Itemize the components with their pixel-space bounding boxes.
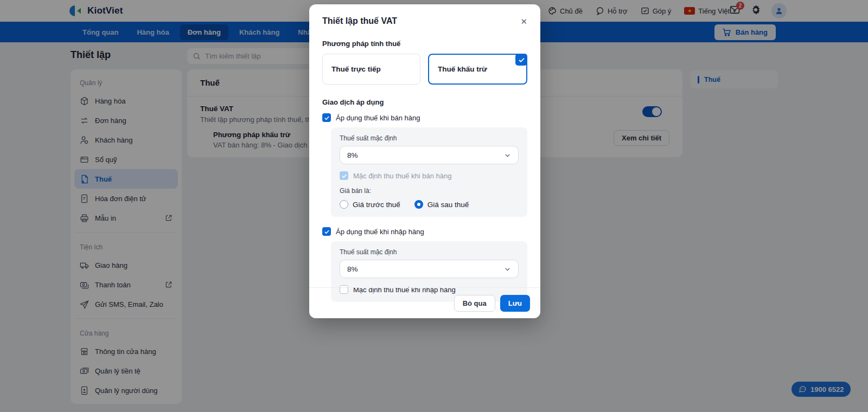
close-icon[interactable]: ✕: [520, 17, 527, 25]
sales-rate-value: 8%: [347, 151, 358, 159]
radio-selected-icon: [414, 200, 423, 209]
price-type-radio-group: Giá trước thuế Giá sau thuế: [340, 200, 519, 209]
sales-rate-label: Thuế suất mặc định: [340, 134, 519, 142]
apply-sales-tax-checkbox[interactable]: Áp dụng thuế khi bán hàng: [322, 113, 527, 122]
sales-rate-select[interactable]: 8%: [340, 146, 519, 164]
modal-footer: Bỏ qua Lưu: [309, 287, 540, 318]
vat-setup-modal: Thiết lập thuế VAT ✕ Phương pháp tính th…: [309, 4, 540, 318]
chevron-down-icon: [504, 152, 511, 159]
modal-title: Thiết lập thuế VAT: [322, 16, 397, 26]
sales-default-collect-checkbox[interactable]: Mặc định thu thuế khi bán hàng: [340, 171, 519, 180]
apply-purchase-tax-checkbox[interactable]: Áp dụng thuế khi nhập hàng: [322, 227, 527, 236]
method-option-deduction[interactable]: Thuế khấu trừ: [428, 54, 527, 85]
radio-pre-tax[interactable]: Giá trước thuế: [340, 200, 400, 209]
selected-check-icon: [515, 54, 527, 66]
save-button[interactable]: Lưu: [500, 295, 530, 312]
method-section-label: Phương pháp tính thuế: [322, 40, 527, 48]
transaction-section-label: Giao dịch áp dụng: [322, 98, 527, 106]
purchase-rate-label: Thuế suất mặc định: [340, 248, 519, 256]
cancel-button[interactable]: Bỏ qua: [454, 295, 495, 312]
radio-pre-tax-label: Giá trước thuế: [353, 201, 400, 209]
checkbox-checked-icon: [322, 113, 331, 122]
method-deduction-label: Thuế khấu trừ: [438, 65, 487, 73]
radio-post-tax[interactable]: Giá sau thuế: [414, 200, 469, 209]
sales-default-collect-label: Mặc định thu thuế khi bán hàng: [353, 172, 451, 180]
sales-tax-panel: Thuế suất mặc định 8% Mặc định thu thuế …: [331, 127, 527, 217]
method-option-direct[interactable]: Thuế trực tiếp: [322, 54, 420, 85]
apply-sales-tax-label: Áp dụng thuế khi bán hàng: [336, 114, 420, 122]
chevron-down-icon: [504, 266, 511, 273]
checkbox-checked-disabled-icon: [340, 171, 348, 180]
checkbox-checked-icon: [322, 227, 331, 236]
radio-post-tax-label: Giá sau thuế: [427, 201, 469, 209]
radio-unselected-icon: [340, 200, 348, 209]
purchase-rate-value: 8%: [347, 265, 358, 273]
apply-purchase-tax-label: Áp dụng thuế khi nhập hàng: [336, 228, 424, 236]
method-direct-label: Thuế trực tiếp: [331, 65, 381, 73]
purchase-rate-select[interactable]: 8%: [340, 260, 519, 278]
price-type-label: Giá bán là:: [340, 187, 519, 195]
